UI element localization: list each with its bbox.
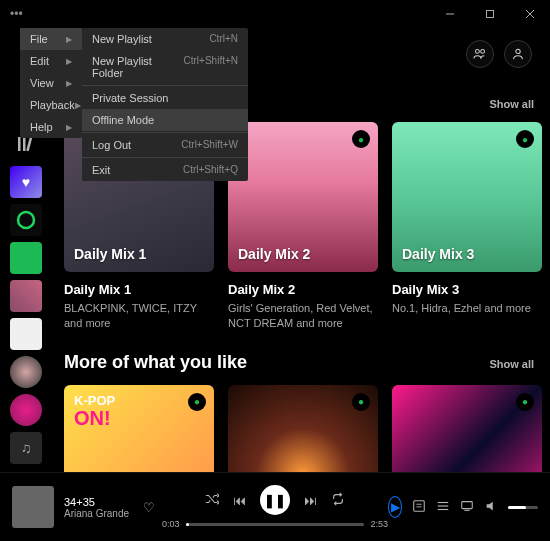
svg-rect-8 <box>23 137 26 151</box>
menu-view[interactable]: View▶ <box>20 72 82 94</box>
card-cover: ● <box>392 385 542 472</box>
menubar: File▶ Edit▶ View▶ Playback▶ Help▶ <box>20 28 82 138</box>
cover-label: Daily Mix 3 <box>402 246 474 262</box>
submenu-new-playlist-folder[interactable]: New Playlist FolderCtrl+Shift+N <box>82 50 248 84</box>
svg-rect-9 <box>26 137 32 151</box>
lyrics-button[interactable] <box>412 499 426 516</box>
maximize-button[interactable] <box>470 0 510 28</box>
track-title[interactable]: 34+35 <box>64 496 129 508</box>
submenu-separator <box>82 85 248 86</box>
close-button[interactable] <box>510 0 550 28</box>
submenu-log-out[interactable]: Log OutCtrl+Shift+W <box>82 134 248 156</box>
card-title: Daily Mix 2 <box>228 282 378 297</box>
player-bar: 34+35 Ariana Grande ♡ ⏮ ❚❚ ⏭ 0:03 2:53 ▶ <box>0 472 550 541</box>
time-total: 2:53 <box>370 519 388 529</box>
chevron-right-icon: ▶ <box>66 123 72 132</box>
spotify-badge-icon: ● <box>352 393 370 411</box>
cover-text: ON! <box>74 407 111 430</box>
chevron-right-icon: ▶ <box>75 101 81 110</box>
card-cover: ● K-POP ON! <box>64 385 214 472</box>
chevron-right-icon: ▶ <box>66 35 72 44</box>
next-button[interactable]: ⏭ <box>304 493 317 508</box>
section-header: More of what you like Show all <box>64 352 534 373</box>
player-right-controls: ▶ <box>388 496 538 518</box>
play-pause-button[interactable]: ❚❚ <box>260 485 290 515</box>
sidebar-local-files[interactable]: ♫ <box>10 432 42 464</box>
show-all-link[interactable]: Show all <box>489 358 534 370</box>
sidebar-artist[interactable] <box>10 356 42 388</box>
sidebar-playlist[interactable] <box>10 242 42 274</box>
show-all-link[interactable]: Show all <box>489 98 534 110</box>
menu-help[interactable]: Help▶ <box>20 116 82 138</box>
top-right-controls <box>466 40 532 68</box>
playlist-card[interactable]: ● <box>228 385 378 472</box>
player-controls: ⏮ ❚❚ ⏭ 0:03 2:53 <box>162 485 388 529</box>
like-button[interactable]: ♡ <box>143 500 155 515</box>
sidebar-playlist[interactable] <box>10 204 42 236</box>
submenu-offline-mode[interactable]: Offline Mode <box>82 109 248 131</box>
repeat-button[interactable] <box>331 492 345 509</box>
app-menu-dots[interactable]: ••• <box>0 7 23 21</box>
chevron-right-icon: ▶ <box>66 79 72 88</box>
playlist-card[interactable]: ● <box>392 385 542 472</box>
shuffle-button[interactable] <box>205 492 219 509</box>
card-cover: ● Daily Mix 2 <box>228 122 378 272</box>
card-subtitle: Girls' Generation, Red Velvet, NCT DREAM… <box>228 301 378 332</box>
cover-text: K-POP <box>74 393 115 408</box>
sidebar-artist[interactable] <box>10 394 42 426</box>
queue-button[interactable] <box>436 499 450 516</box>
profile-button[interactable] <box>504 40 532 68</box>
submenu-exit[interactable]: ExitCtrl+Shift+Q <box>82 159 248 181</box>
volume-slider[interactable] <box>508 506 538 509</box>
menu-playback[interactable]: Playback▶ <box>20 94 82 116</box>
liked-songs[interactable]: ♥ <box>10 166 42 198</box>
svg-rect-1 <box>487 11 494 18</box>
card-cover: ● Daily Mix 3 <box>392 122 542 272</box>
titlebar: ••• <box>0 0 550 28</box>
now-playing-view-button[interactable]: ▶ <box>388 496 402 518</box>
time-elapsed: 0:03 <box>162 519 180 529</box>
daily-mix-3-card[interactable]: ● Daily Mix 3 Daily Mix 3 No.1, Hidra, E… <box>392 122 542 332</box>
sidebar-playlist[interactable] <box>10 318 42 350</box>
card-row: ● K-POP ON! ● ● <box>56 385 534 472</box>
card-subtitle: BLACKPINK, TWICE, ITZY and more <box>64 301 214 332</box>
spotify-badge-icon: ● <box>516 393 534 411</box>
volume-icon[interactable] <box>484 499 498 516</box>
cover-label: Daily Mix 1 <box>74 246 146 262</box>
now-playing: 34+35 Ariana Grande ♡ <box>12 486 162 528</box>
card-subtitle: No.1, Hidra, Ezhel and more <box>392 301 542 316</box>
devices-button[interactable] <box>460 499 474 516</box>
spotify-badge-icon: ● <box>352 130 370 148</box>
menu-edit[interactable]: Edit▶ <box>20 50 82 72</box>
svg-point-5 <box>481 49 485 53</box>
svg-rect-11 <box>414 500 425 511</box>
card-title: Daily Mix 3 <box>392 282 542 297</box>
submenu-private-session[interactable]: Private Session <box>82 87 248 109</box>
file-submenu: New PlaylistCtrl+N New Playlist FolderCt… <box>82 28 248 181</box>
previous-button[interactable]: ⏮ <box>233 493 246 508</box>
spotify-badge-icon: ● <box>188 393 206 411</box>
card-title: Daily Mix 1 <box>64 282 214 297</box>
minimize-button[interactable] <box>430 0 470 28</box>
svg-point-10 <box>18 212 34 228</box>
card-cover: ● <box>228 385 378 472</box>
daily-mix-2-card[interactable]: ● Daily Mix 2 Daily Mix 2 Girls' Generat… <box>228 122 378 332</box>
sidebar-playlist[interactable] <box>10 280 42 312</box>
menu-file[interactable]: File▶ <box>20 28 82 50</box>
section-title[interactable]: More of what you like <box>64 352 247 373</box>
submenu-separator <box>82 132 248 133</box>
svg-point-6 <box>516 49 520 53</box>
playlist-card[interactable]: ● K-POP ON! <box>64 385 214 472</box>
svg-rect-17 <box>462 501 473 508</box>
submenu-new-playlist[interactable]: New PlaylistCtrl+N <box>82 28 248 50</box>
track-artist[interactable]: Ariana Grande <box>64 508 129 519</box>
progress-bar[interactable] <box>186 523 365 526</box>
friends-button[interactable] <box>466 40 494 68</box>
spotify-badge-icon: ● <box>516 130 534 148</box>
svg-point-4 <box>475 49 479 53</box>
submenu-separator <box>82 157 248 158</box>
svg-rect-7 <box>18 137 21 151</box>
cover-label: Daily Mix 2 <box>238 246 310 262</box>
chevron-right-icon: ▶ <box>66 57 72 66</box>
track-artwork[interactable] <box>12 486 54 528</box>
